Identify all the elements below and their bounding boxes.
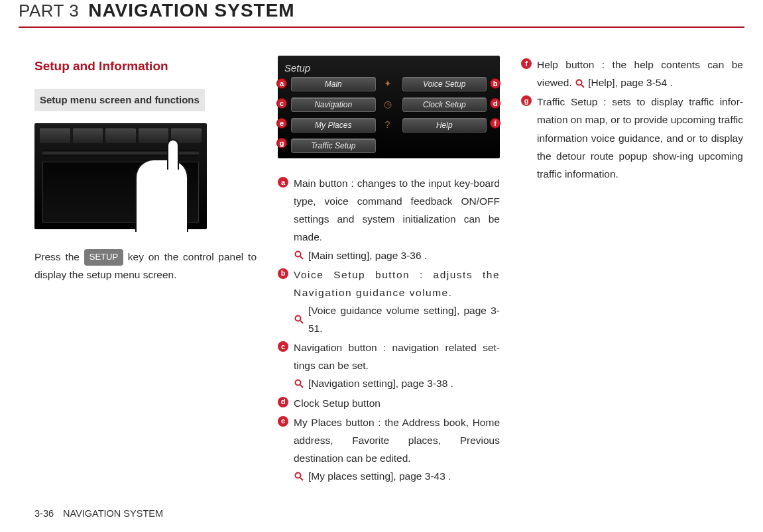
item-a: a Main button : changes to the input key…: [278, 174, 500, 264]
page-number: 3-36: [34, 508, 54, 519]
svg-point-2: [296, 316, 301, 321]
setup-key-label: SETUP: [84, 249, 123, 266]
setup-btn-main: Main: [291, 77, 376, 91]
help-q-icon: ?: [380, 117, 396, 133]
item-c-ref: [Navigation setting], page 3-38 .: [308, 374, 453, 392]
item-a-text: Main button : changes to the input key-b…: [294, 178, 500, 242]
magnifier-icon: [294, 378, 304, 389]
magnifier-icon: [294, 314, 304, 325]
svg-point-6: [296, 472, 301, 478]
item-g: g Traffic Setup : sets to display traffi…: [521, 93, 743, 183]
column-2: Setup Main ✦ Voice Setup Navigation ◷ Cl…: [278, 56, 500, 486]
setup-btn-voice: Voice Setup: [402, 77, 487, 91]
item-b: b Voice Setup button : adjusts the Navig…: [278, 266, 500, 338]
setup-btn-traffic: Traffic Setup: [291, 138, 376, 153]
badge-b: b: [278, 268, 288, 279]
magnifier-icon: [294, 471, 304, 482]
column-1: Setup and Information Setup menu screen …: [34, 56, 257, 486]
marker-d: d: [490, 98, 500, 109]
svg-point-4: [296, 380, 301, 385]
svg-line-3: [300, 321, 303, 323]
item-d-text: Clock Setup button: [294, 398, 381, 409]
svg-line-9: [581, 85, 584, 87]
setup-window-title: Setup: [284, 60, 310, 77]
marker-f: f: [490, 118, 500, 129]
svg-line-1: [300, 256, 303, 259]
item-e-text: My Places button : the Address book, Hom…: [294, 417, 500, 464]
svg-line-7: [300, 478, 303, 480]
magnifier-icon: [294, 250, 304, 260]
press-text-pre: Press the: [34, 251, 84, 262]
badge-f: f: [521, 58, 532, 69]
voice-icon: ✦: [380, 76, 396, 92]
badge-g: g: [521, 95, 532, 106]
badge-c: c: [278, 341, 288, 352]
page-footer: 3-36 NAVIGATION SYSTEM: [34, 508, 163, 519]
svg-point-8: [576, 80, 581, 85]
marker-a: a: [276, 78, 287, 89]
setup-screenshot: Setup Main ✦ Voice Setup Navigation ◷ Cl…: [278, 56, 500, 158]
svg-line-5: [300, 385, 303, 388]
item-b-text: Voice Setup button : adjusts the Navigat…: [294, 269, 500, 298]
badge-e: e: [278, 416, 288, 427]
item-g-text: Traffic Setup : sets to display traffic …: [537, 96, 743, 180]
press-instruction: Press the SETUP key on the control panel…: [34, 248, 257, 284]
badge-d: d: [278, 397, 288, 407]
part-label: PART 3: [19, 1, 79, 21]
marker-g: g: [276, 138, 287, 148]
item-f: f Help button : the help contents can be…: [521, 56, 743, 91]
setup-btn-myplaces: My Places: [291, 118, 376, 133]
item-d: d Clock Setup button: [278, 394, 500, 412]
control-panel-illustration: [34, 123, 207, 229]
item-e: e My Places button : the Address book, H…: [278, 413, 500, 486]
marker-e: e: [276, 118, 287, 129]
setup-btn-clock: Clock Setup: [402, 97, 487, 112]
part-title: NAVIGATION SYSTEM: [88, 0, 295, 21]
item-c: c Navigation button : navigation related…: [278, 339, 500, 392]
magnifier-icon: [575, 78, 585, 89]
marker-b: b: [490, 78, 500, 89]
item-b-ref: [Voice guidance volume setting], page 3-…: [308, 301, 500, 337]
setup-btn-help: Help: [402, 118, 487, 133]
setup-btn-navigation: Navigation: [291, 97, 376, 112]
clock-icon: ◷: [380, 97, 396, 113]
item-a-ref: [Main setting], page 3-36 .: [308, 246, 427, 264]
sub-header: Setup menu screen and functions: [34, 89, 205, 111]
column-3: f Help button : the help contents can be…: [521, 56, 743, 486]
marker-c: c: [276, 98, 287, 109]
footer-section: NAVIGATION SYSTEM: [63, 508, 163, 519]
badge-a: a: [278, 177, 288, 187]
hand-icon: [135, 159, 188, 232]
item-f-ref: [Help], page 3-54 .: [588, 77, 673, 88]
svg-point-0: [296, 252, 301, 257]
section-title: Setup and Information: [34, 56, 257, 77]
item-c-text: Navigation button : navigation related s…: [294, 342, 500, 371]
item-e-ref: [My places setting], page 3-43 .: [308, 467, 451, 485]
